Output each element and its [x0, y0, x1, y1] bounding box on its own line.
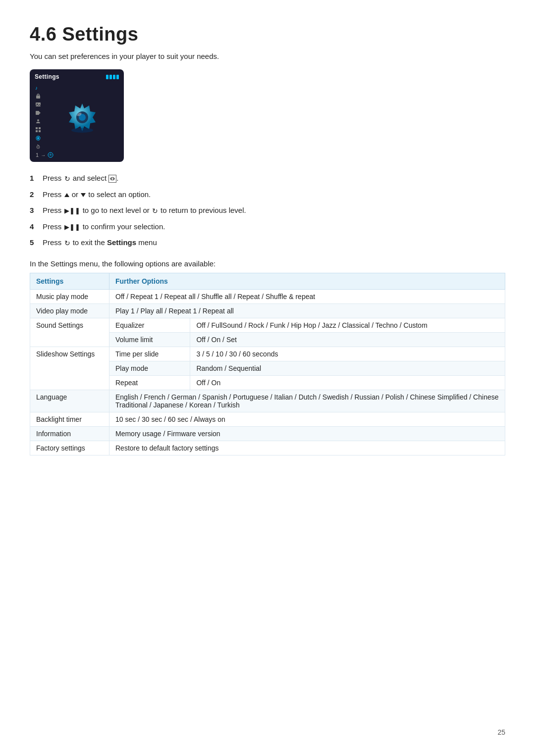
table-row: Factory settings Restore to default fact…: [30, 441, 505, 455]
step-2-content: Press or to select an option.: [43, 189, 505, 201]
menu-icon-user: [35, 118, 42, 125]
step-2-num: 2: [30, 189, 38, 201]
setting-information: Information: [30, 426, 109, 441]
device-main-content: [46, 83, 119, 151]
step-1-num: 1: [30, 173, 38, 184]
device-menu-list: ♪: [35, 83, 42, 151]
selected-indicator: 1 →: [35, 152, 119, 158]
battery-indicator: [106, 75, 119, 79]
menu-icon-image: [35, 101, 42, 108]
step-2: 2 Press or to select an option.: [30, 189, 505, 201]
step-4-num: 4: [30, 221, 38, 233]
table-row: Language English / French / German / Spa…: [30, 390, 505, 412]
svg-rect-9: [39, 127, 41, 129]
back-icon-3: ↻: [64, 238, 70, 249]
setting-backlight-timer: Backlight timer: [30, 412, 109, 426]
further-equalizer: Equalizer: [109, 318, 190, 332]
table-row: Video play mode Play 1 / Play all / Repe…: [30, 303, 505, 318]
step-4: 4 Press ▶❚❚ to confirm your selection.: [30, 221, 505, 233]
back-icon-2: ↻: [152, 206, 158, 216]
menu-icon-settings-active: [35, 135, 42, 142]
setting-factory-settings: Factory settings: [30, 441, 109, 455]
page-title: 4.6 Settings: [30, 24, 505, 45]
svg-point-12: [37, 137, 39, 139]
step-3: 3 Press ▶❚❚ to go to next level or ↻ to …: [30, 205, 505, 216]
value-backlight-timer: 10 sec / 30 sec / 60 sec / Always on: [109, 412, 505, 426]
menu-icon-radio: [35, 143, 42, 150]
svg-rect-5: [36, 111, 39, 115]
page-number: 25: [497, 728, 505, 736]
table-intro-text: In the Settings menu, the following opti…: [30, 259, 505, 268]
col-header-settings: Settings: [30, 273, 109, 289]
device-screenshot: Settings ♪: [30, 69, 124, 162]
value-music-play-mode: Off / Repeat 1 / Repeat all / Shuffle al…: [109, 289, 505, 303]
battery-bar-2: [109, 75, 112, 79]
table-row: Information Memory usage / Firmware vers…: [30, 426, 505, 441]
setting-sound-settings: Sound Settings: [30, 318, 109, 347]
svg-rect-11: [39, 130, 41, 132]
intro-paragraph: You can set preferences in your player t…: [30, 52, 505, 60]
svg-point-7: [37, 119, 39, 121]
back-icon-1: ↻: [64, 174, 70, 184]
settings-table: Settings Further Options Music play mode…: [30, 273, 505, 455]
table-header-row: Settings Further Options: [30, 273, 505, 289]
step-5-num: 5: [30, 237, 38, 249]
value-language: English / French / German / Spanish / Po…: [109, 390, 505, 412]
step-5: 5 Press ↻ to exit the Settings menu: [30, 237, 505, 249]
further-repeat: Repeat: [109, 375, 190, 390]
value-equalizer: Off / FullSound / Rock / Funk / Hip Hop …: [190, 318, 505, 332]
device-title-label: Settings: [35, 73, 59, 80]
step-1-content: Press ↻ and select .: [43, 173, 505, 184]
value-repeat: Off / On: [190, 375, 505, 390]
menu-icon-lock: [35, 93, 42, 100]
value-factory-settings: Restore to default factory settings: [109, 441, 505, 455]
svg-marker-6: [39, 112, 41, 114]
table-row: Backlight timer 10 sec / 30 sec / 60 sec…: [30, 412, 505, 426]
settings-bold-label: Settings: [107, 238, 136, 247]
step-3-content: Press ▶❚❚ to go to next level or ↻ to re…: [43, 205, 505, 216]
svg-text:♪: ♪: [35, 85, 38, 91]
table-row: Sound Settings Equalizer Off / FullSound…: [30, 318, 505, 332]
value-time-per-slide: 3 / 5 / 10 / 30 / 60 seconds: [190, 347, 505, 361]
menu-icon-video: [35, 109, 42, 116]
svg-point-21: [111, 178, 113, 180]
menu-icon-apps: [35, 126, 42, 133]
value-volume-limit: Off / On / Set: [190, 332, 505, 347]
further-volume-limit: Volume limit: [109, 332, 190, 347]
value-video-play-mode: Play 1 / Play all / Repeat 1 / Repeat al…: [109, 303, 505, 318]
svg-point-19: [71, 128, 93, 133]
battery-bar-3: [113, 75, 115, 79]
triangle-down-icon: [81, 193, 86, 197]
gear-icon-inline: [108, 175, 116, 183]
menu-icon-music: ♪: [35, 84, 42, 91]
table-row: Music play mode Off / Repeat 1 / Repeat …: [30, 289, 505, 303]
further-play-mode: Play mode: [109, 361, 190, 375]
setting-video-play-mode: Video play mode: [30, 303, 109, 318]
setting-language: Language: [30, 390, 109, 412]
triangle-up-icon: [64, 193, 69, 197]
step-1: 1 Press ↻ and select .: [30, 173, 505, 184]
step-5-content: Press ↻ to exit the Settings menu: [43, 237, 505, 249]
play-pause-icon-2: ▶❚❚: [64, 222, 80, 232]
step-3-num: 3: [30, 205, 38, 216]
setting-music-play-mode: Music play mode: [30, 289, 109, 303]
svg-point-14: [38, 147, 39, 148]
step-4-content: Press ▶❚❚ to confirm your selection.: [43, 221, 505, 233]
svg-rect-10: [36, 130, 38, 132]
value-information: Memory usage / Firmware version: [109, 426, 505, 441]
settings-gear-icon: [64, 100, 100, 135]
battery-bar-1: [106, 75, 108, 79]
instructions-list: 1 Press ↻ and select . 2 Press or to sel…: [30, 173, 505, 249]
further-time-per-slide: Time per slide: [109, 347, 190, 361]
table-row: Slideshow Settings Time per slide 3 / 5 …: [30, 347, 505, 361]
setting-slideshow-settings: Slideshow Settings: [30, 347, 109, 390]
svg-rect-2: [37, 94, 39, 96]
svg-rect-8: [36, 127, 38, 129]
battery-bar-4: [116, 75, 119, 79]
col-header-further-options: Further Options: [109, 273, 505, 289]
play-pause-icon-1: ▶❚❚: [64, 206, 80, 216]
value-play-mode: Random / Sequential: [190, 361, 505, 375]
